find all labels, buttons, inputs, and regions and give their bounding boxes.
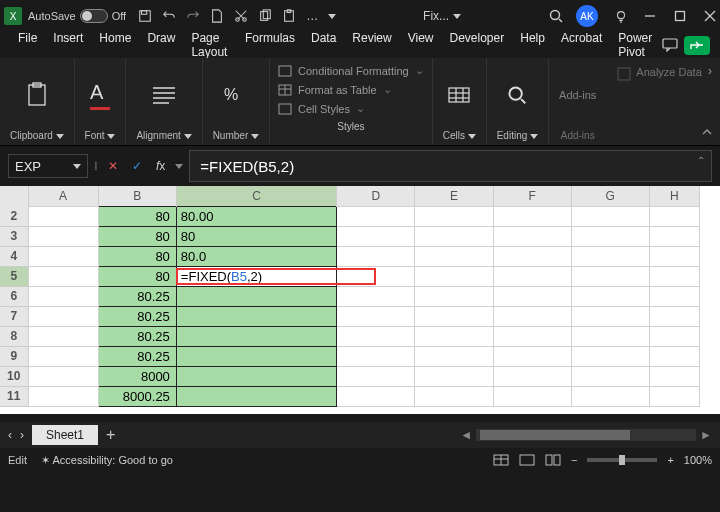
undo-icon[interactable]: [162, 9, 176, 23]
row-header-7[interactable]: 7: [0, 306, 28, 326]
format-as-table-button[interactable]: Format as Table ⌄: [278, 83, 424, 96]
cell-C6[interactable]: [176, 286, 336, 306]
cell-B4[interactable]: 80: [98, 246, 176, 266]
cell-F11[interactable]: [493, 386, 571, 406]
ribbon-group-cells[interactable]: Cells: [433, 58, 487, 145]
cell-B3[interactable]: 80: [98, 226, 176, 246]
cell-G6[interactable]: [571, 286, 649, 306]
close-icon[interactable]: [704, 10, 716, 22]
cell-C10[interactable]: [176, 366, 336, 386]
row-header-9[interactable]: 9: [0, 346, 28, 366]
file-name[interactable]: Fix...: [423, 9, 449, 23]
zoom-slider[interactable]: [587, 458, 657, 462]
ribbon-group-clipboard[interactable]: Clipboard: [0, 58, 75, 145]
cell-H10[interactable]: [649, 366, 699, 386]
cell-B10[interactable]: 8000: [98, 366, 176, 386]
cell-H4[interactable]: [649, 246, 699, 266]
next-sheet-icon[interactable]: ›: [20, 428, 24, 442]
sheet-tab-sheet1[interactable]: Sheet1: [32, 425, 98, 445]
cell-D10[interactable]: [337, 366, 415, 386]
cell-D9[interactable]: [337, 346, 415, 366]
column-header-H[interactable]: H: [649, 186, 699, 206]
comments-icon[interactable]: [662, 38, 678, 52]
maximize-icon[interactable]: [674, 10, 686, 22]
cell-B6[interactable]: 80.25: [98, 286, 176, 306]
cell-B8[interactable]: 80.25: [98, 326, 176, 346]
accept-formula-icon[interactable]: ✓: [128, 157, 146, 175]
ribbon-group-font[interactable]: A Font: [75, 58, 127, 145]
spreadsheet-grid[interactable]: ABCDEFGH28080.003808048080.0580=FIXED(B5…: [0, 186, 720, 414]
column-header-F[interactable]: F: [493, 186, 571, 206]
ribbon-group-number[interactable]: % Number: [203, 58, 270, 145]
hscroll-right-icon[interactable]: ►: [700, 428, 712, 442]
cut-icon[interactable]: [234, 9, 248, 23]
row-header-4[interactable]: 4: [0, 246, 28, 266]
cell-E10[interactable]: [415, 366, 493, 386]
column-header-D[interactable]: D: [337, 186, 415, 206]
lightbulb-icon[interactable]: [614, 9, 628, 23]
cell-C5[interactable]: =FIXED(B5,2): [176, 266, 336, 286]
view-normal-icon[interactable]: [493, 454, 509, 466]
cell-E4[interactable]: [415, 246, 493, 266]
cell-E3[interactable]: [415, 226, 493, 246]
cell-H3[interactable]: [649, 226, 699, 246]
cell-G8[interactable]: [571, 326, 649, 346]
prev-sheet-icon[interactable]: ‹: [8, 428, 12, 442]
share-button[interactable]: [684, 36, 710, 55]
zoom-in-icon[interactable]: +: [667, 454, 673, 466]
cell-D6[interactable]: [337, 286, 415, 306]
cell-H5[interactable]: [649, 266, 699, 286]
cell-H7[interactable]: [649, 306, 699, 326]
accessibility-status[interactable]: ✶ Accessibility: Good to go: [41, 454, 173, 467]
horizontal-scrollbar[interactable]: [476, 429, 696, 441]
cell-A11[interactable]: [28, 386, 98, 406]
column-header-B[interactable]: B: [98, 186, 176, 206]
hscroll-left-icon[interactable]: ◄: [460, 428, 472, 442]
name-box[interactable]: EXP: [8, 154, 88, 178]
cell-A8[interactable]: [28, 326, 98, 346]
cell-H8[interactable]: [649, 326, 699, 346]
cell-A5[interactable]: [28, 266, 98, 286]
cell-G11[interactable]: [571, 386, 649, 406]
formula-input[interactable]: =FIXED(B5,2) ⌃: [189, 150, 712, 182]
cell-A7[interactable]: [28, 306, 98, 326]
ribbon-collapse-icon[interactable]: [700, 125, 714, 139]
ribbon-group-addins[interactable]: Add-ins Add-ins: [549, 58, 606, 145]
cell-E5[interactable]: [415, 266, 493, 286]
column-header-C[interactable]: C: [176, 186, 336, 206]
cell-F5[interactable]: [493, 266, 571, 286]
cell-E9[interactable]: [415, 346, 493, 366]
cell-B11[interactable]: 8000.25: [98, 386, 176, 406]
column-header-E[interactable]: E: [415, 186, 493, 206]
copy-icon[interactable]: [258, 9, 272, 23]
ribbon-overflow-icon[interactable]: ›: [708, 64, 712, 78]
cell-D3[interactable]: [337, 226, 415, 246]
qat-overflow-icon[interactable]: [328, 14, 336, 19]
ribbon-group-editing[interactable]: Editing: [487, 58, 549, 145]
cell-A6[interactable]: [28, 286, 98, 306]
cell-styles-button[interactable]: Cell Styles ⌄: [278, 102, 424, 115]
add-sheet-icon[interactable]: +: [106, 426, 115, 444]
row-header-8[interactable]: 8: [0, 326, 28, 346]
cell-C7[interactable]: [176, 306, 336, 326]
cell-A4[interactable]: [28, 246, 98, 266]
column-header-G[interactable]: G: [571, 186, 649, 206]
cell-G3[interactable]: [571, 226, 649, 246]
view-page-layout-icon[interactable]: [519, 454, 535, 466]
cell-A9[interactable]: [28, 346, 98, 366]
row-header-2[interactable]: 2: [0, 206, 28, 226]
column-header-A[interactable]: A: [28, 186, 98, 206]
row-header-6[interactable]: 6: [0, 286, 28, 306]
cell-F4[interactable]: [493, 246, 571, 266]
cell-B2[interactable]: 80: [98, 206, 176, 226]
cell-G2[interactable]: [571, 206, 649, 226]
row-header-3[interactable]: 3: [0, 226, 28, 246]
fx-icon[interactable]: fx: [152, 157, 169, 175]
cell-F2[interactable]: [493, 206, 571, 226]
cell-D7[interactable]: [337, 306, 415, 326]
cell-A3[interactable]: [28, 226, 98, 246]
cell-C9[interactable]: [176, 346, 336, 366]
cell-H9[interactable]: [649, 346, 699, 366]
new-file-icon[interactable]: [210, 9, 224, 23]
cell-F7[interactable]: [493, 306, 571, 326]
